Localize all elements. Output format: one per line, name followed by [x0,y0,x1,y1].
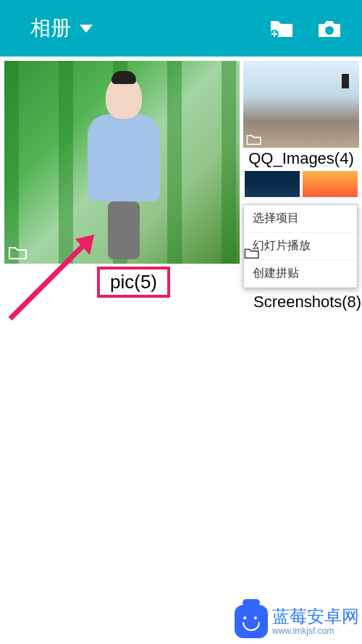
person-photo [84,75,164,253]
watermark-url: www.lmkjsf.com [272,627,334,636]
album-qq-images-label: QQ_Images(4) [243,148,359,170]
album-screenshots-label: Screenshots(8) [243,288,358,311]
strip-thumb [303,171,358,197]
album-dropdown[interactable]: 相册 [9,14,93,42]
camera-icon [317,18,342,38]
watermark-text: 蓝莓安卓网 www.lmkjsf.com [272,607,359,636]
album-screenshots[interactable]: 选择项目 幻灯片播放 创建拼贴 Screenshots(8) [243,204,358,311]
stack-icon [9,245,28,259]
album-qq-images-strip [243,171,359,197]
stack-icon [244,247,260,259]
album-grid: pic(5) QQ_Images(4) 选择项目 幻灯片播放 创建拼贴 Scre… [0,57,362,644]
add-folder-icon [269,18,294,38]
header-title-text: 相册 [30,14,71,42]
blueberry-logo-icon [235,605,268,638]
add-folder-button[interactable] [258,11,306,46]
stack-icon [246,133,262,145]
album-pic-label: pic(5) [110,271,157,293]
album-qq-images-thumbnail [243,61,359,148]
album-pic-label-highlight: pic(5) [97,267,170,298]
album-qq-images[interactable]: QQ_Images(4) [243,61,359,197]
camera-button[interactable] [306,11,353,46]
album-pic-thumbnail [4,61,240,264]
album-pic[interactable] [4,61,240,264]
app-header: 相册 [0,0,362,57]
strip-thumb [245,171,300,197]
watermark-title: 蓝莓安卓网 [272,607,359,626]
chevron-down-icon [80,25,93,33]
menu-item-slideshow[interactable]: 幻灯片播放 [244,233,357,260]
svg-point-1 [325,26,334,35]
watermark: 蓝莓安卓网 www.lmkjsf.com [235,605,359,638]
context-menu: 选择项目 幻灯片播放 创建拼贴 [243,204,358,288]
menu-item-select[interactable]: 选择项目 [244,205,357,233]
menu-item-collage[interactable]: 创建拼贴 [244,260,357,288]
